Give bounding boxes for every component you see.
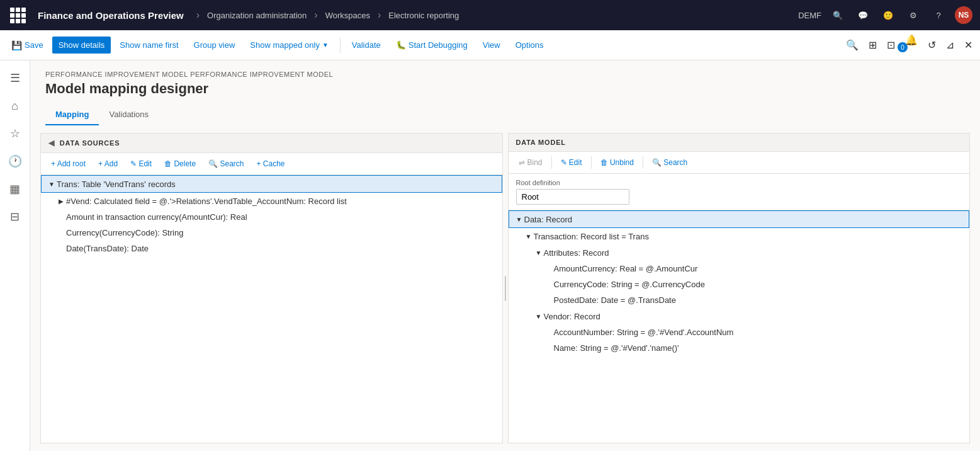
panel-toggle-icon[interactable]: ◀: [48, 139, 55, 147]
options-button[interactable]: Options: [509, 37, 550, 54]
topbar-search-button[interactable]: 🔍: [829, 6, 847, 24]
topbar-settings-button[interactable]: ⚙: [904, 6, 922, 24]
tree-expand-trans[interactable]: ▼: [47, 179, 57, 189]
show-details-button[interactable]: Show details: [52, 37, 111, 54]
topbar-emoji-button[interactable]: 🙂: [879, 6, 897, 24]
tree-node-currencycode[interactable]: CurrencyCode: String = @.CurrencyCode: [509, 277, 970, 292]
side-navigation: ☰ ⌂ ☆ 🕐 ▦ ⊟: [0, 60, 30, 451]
data-model-panel: DATA MODEL ⇌ Bind ✎ Edit 🗑 Unbind: [508, 133, 971, 443]
data-sources-panel: ◀ DATA SOURCES + Add root + Add ✎ Edit 🗑…: [40, 133, 503, 443]
tree-node-posteddate[interactable]: PostedDate: Date = @.TransDate: [509, 292, 970, 308]
open-new-icon[interactable]: ⊿: [943, 37, 957, 54]
breadcrumb-workspaces[interactable]: Workspaces: [325, 11, 370, 20]
tree-expand-data[interactable]: ▼: [514, 214, 524, 224]
app-title: Finance and Operations Preview: [33, 10, 189, 21]
bind-button[interactable]: ⇌ Bind: [514, 156, 548, 169]
close-icon[interactable]: ✕: [962, 37, 975, 54]
dm-search-button[interactable]: 🔍 Search: [647, 156, 692, 169]
grid-icon: [10, 8, 26, 23]
toolbar-right-area: 🔍 ⊞ ⊡ 🔔 0 ↺ ⊿ ✕: [843, 34, 975, 56]
tree-label-currencycode: CurrencyCode: String = @.CurrencyCode: [554, 280, 705, 289]
app-launcher-button[interactable]: [8, 5, 28, 25]
tree-node-date[interactable]: Date(TransDate): Date: [41, 241, 502, 256]
tree-node-trans[interactable]: ▼ Trans: Table 'VendTrans' records: [41, 175, 502, 193]
root-definition-input[interactable]: [516, 189, 629, 205]
data-model-tree: ▼ Data: Record ▼ Transaction: Record lis…: [509, 210, 970, 443]
tree-node-transaction[interactable]: ▼ Transaction: Record list = Trans: [509, 228, 970, 244]
data-model-header: DATA MODEL: [509, 134, 970, 152]
topbar-user-avatar[interactable]: NS: [955, 6, 972, 24]
breadcrumb-sep-3: ›: [378, 9, 381, 21]
tree-label-currency: Currency(CurrencyCode): String: [66, 228, 183, 237]
bind-icon: ⇌: [519, 158, 525, 167]
root-definition-area: Root definition: [509, 174, 970, 210]
show-mapped-only-button[interactable]: Show mapped only ▼: [244, 37, 334, 54]
toolbar-separator-1: [340, 38, 341, 53]
sidenav-hamburger[interactable]: ☰: [3, 66, 28, 91]
tree-node-currency[interactable]: Currency(CurrencyCode): String: [41, 225, 502, 241]
alert-badge: 0: [898, 42, 908, 52]
topbar-notifications-button[interactable]: 💬: [854, 6, 872, 24]
validate-button[interactable]: Validate: [346, 37, 387, 54]
breadcrumb-org-admin[interactable]: Organization administration: [207, 11, 307, 20]
tree-label-transaction: Transaction: Record list = Trans: [534, 232, 649, 241]
tree-node-amount[interactable]: Amount in transaction currency(AmountCur…: [41, 209, 502, 225]
tree-label-posteddate: PostedDate: Date = @.TransDate: [554, 295, 676, 305]
refresh-icon[interactable]: ↺: [925, 37, 938, 54]
tree-node-accountnumber[interactable]: AccountNumber: String = @.'#Vend'.Accoun…: [509, 324, 970, 340]
expand-icon[interactable]: ⊡: [884, 37, 898, 54]
tree-expand-attributes[interactable]: ▼: [534, 248, 544, 258]
tree-label-vend: #Vend: Calculated field = @.'>Relations'…: [66, 197, 347, 206]
data-model-toolbar: ⇌ Bind ✎ Edit 🗑 Unbind 🔍 Search: [509, 152, 970, 174]
divider-line: [505, 276, 506, 301]
dm-toolbar-sep-2: [591, 156, 592, 169]
data-sources-header: ◀ DATA SOURCES: [41, 134, 502, 153]
tabs-bar: Mapping Validations: [30, 97, 980, 125]
show-name-first-button[interactable]: Show name first: [113, 37, 184, 54]
view-button[interactable]: View: [476, 37, 507, 54]
dm-toolbar-sep-1: [551, 156, 552, 169]
sidenav-filter[interactable]: ⊟: [3, 204, 28, 229]
data-sources-toolbar: + Add root + Add ✎ Edit 🗑 Delete 🔍 Searc…: [41, 153, 502, 175]
tree-expand-vend[interactable]: ▶: [56, 196, 66, 206]
breadcrumb-electronic-reporting[interactable]: Electronic reporting: [388, 11, 459, 20]
tree-label-trans: Trans: Table 'VendTrans' records: [57, 180, 176, 189]
tree-node-amountcurrency[interactable]: AmountCurrency: Real = @.AmountCur: [509, 261, 970, 277]
tree-node-name[interactable]: Name: String = @.'#Vend'.'name()': [509, 340, 970, 356]
tab-validations[interactable]: Validations: [99, 105, 159, 125]
dm-unbind-button[interactable]: 🗑 Unbind: [595, 156, 639, 169]
sidenav-workspaces[interactable]: ▦: [3, 176, 28, 202]
environment-label: DEMF: [798, 11, 821, 20]
edit-button[interactable]: ✎ Edit: [125, 157, 157, 171]
save-button[interactable]: 💾 Save: [5, 37, 50, 54]
tree-expand-vendor[interactable]: ▼: [534, 311, 544, 321]
sidenav-favorites[interactable]: ☆: [3, 121, 28, 146]
tree-node-attributes[interactable]: ▼ Attributes: Record: [509, 244, 970, 261]
delete-button[interactable]: 🗑 Delete: [159, 157, 201, 171]
split-container: ◀ DATA SOURCES + Add root + Add ✎ Edit 🗑…: [40, 133, 970, 443]
sidenav-recent[interactable]: 🕐: [3, 149, 28, 174]
add-root-button[interactable]: + Add root: [46, 157, 91, 171]
tab-mapping[interactable]: Mapping: [45, 105, 99, 125]
tree-node-vendor[interactable]: ▼ Vendor: Record: [509, 308, 970, 324]
topbar-help-button[interactable]: ?: [930, 6, 947, 24]
sidenav-home[interactable]: ⌂: [3, 93, 28, 118]
main-layout: ☰ ⌂ ☆ 🕐 ▦ ⊟ PERFORMANCE IMPROVEMENT MODE…: [0, 60, 980, 451]
grid-settings-icon[interactable]: ⊞: [866, 37, 879, 54]
tree-label-amountcurrency: AmountCurrency: Real = @.AmountCur: [554, 264, 698, 273]
search-icon[interactable]: 🔍: [843, 37, 861, 54]
search-button[interactable]: 🔍 Search: [203, 157, 249, 171]
breadcrumb-sep-2: ›: [314, 9, 317, 21]
panel-divider[interactable]: [503, 133, 508, 443]
group-view-button[interactable]: Group view: [188, 37, 242, 54]
start-debugging-button[interactable]: 🐛 Start Debugging: [390, 37, 474, 54]
tree-node-vend[interactable]: ▶ #Vend: Calculated field = @.'>Relation…: [41, 193, 502, 209]
cache-button[interactable]: + Cache: [251, 157, 290, 171]
save-icon: 💾: [11, 40, 22, 50]
tree-expand-transaction[interactable]: ▼: [524, 231, 534, 241]
data-model-title: DATA MODEL: [516, 139, 566, 146]
add-button[interactable]: + Add: [93, 157, 123, 171]
dm-edit-button[interactable]: ✎ Edit: [556, 156, 587, 169]
tree-label-accountnumber: AccountNumber: String = @.'#Vend'.Accoun…: [554, 328, 734, 337]
tree-node-data[interactable]: ▼ Data: Record: [509, 210, 970, 228]
